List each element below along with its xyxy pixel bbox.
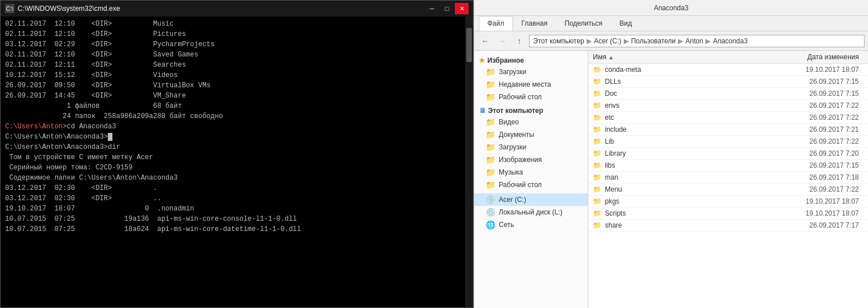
folder-icon: 📁 — [486, 80, 495, 89]
file-date: 26.09.2017 7:15 — [784, 161, 863, 169]
breadcrumb-item[interactable]: Anaconda3 — [713, 37, 748, 45]
cmd-line: 03.12.2017 02:29 <DIR> PycharmProjects — [5, 39, 461, 50]
cmd-controls[interactable]: ─ □ ✕ — [425, 3, 469, 14]
sidebar-item-изображения[interactable]: 📁Изображения — [474, 153, 588, 166]
maximize-button[interactable]: □ — [440, 3, 454, 14]
sidebar-item-drive[interactable]: 💿Локальный диск (L:) — [474, 206, 588, 218]
file-name: 📁 Menu — [593, 185, 784, 193]
sidebar-header-computer[interactable]: 🖥 Этот компьютер — [474, 106, 588, 116]
file-date: 26.09.2017 7:20 — [784, 149, 863, 157]
folder-icon: 📁 — [593, 185, 601, 193]
folder-icon: 📁 — [593, 90, 601, 98]
close-button[interactable]: ✕ — [455, 3, 469, 14]
breadcrumb-item[interactable]: Anton — [685, 37, 703, 45]
file-row[interactable]: 📁 DLLs 26.09.2017 7:15 — [588, 76, 868, 88]
folder-icon: 📁 — [593, 137, 601, 145]
folder-icon: 📁 — [593, 102, 601, 110]
file-row[interactable]: 📁 Doc 26.09.2017 7:15 — [588, 88, 868, 100]
file-row[interactable]: 📁 envs 26.09.2017 7:22 — [588, 100, 868, 112]
file-date: 26.09.2017 7:17 — [784, 221, 863, 229]
sidebar-item-network[interactable]: 🌐Сеть — [474, 218, 588, 231]
cmd-line: 02.11.2017 12:10 <DIR> Music — [5, 19, 461, 29]
sidebar-item-drive[interactable]: 💿Acer (C:) — [474, 193, 588, 206]
sidebar-section-favorites: ★ Избранное📁Загрузки📁Недавние места📁Рабо… — [474, 55, 588, 103]
file-row[interactable]: 📁 include 26.09.2017 7:21 — [588, 124, 868, 136]
minimize-button[interactable]: ─ — [425, 3, 439, 14]
up-button[interactable]: ↑ — [512, 34, 527, 48]
file-row[interactable]: 📁 Library 26.09.2017 7:20 — [588, 148, 868, 160]
file-date: 26.09.2017 7:22 — [784, 102, 863, 110]
cmd-line: Серийный номер тома: C2CD-9159 — [5, 163, 461, 173]
explorer-titlebar: Anaconda3 — [474, 0, 868, 16]
explorer-toolbar[interactable]: ← → ↑ Этот компьютер ▶ Acer (C:) ▶ Польз… — [474, 31, 868, 51]
explorer-window: Anaconda3 ФайлГлавнаяПоделитьсяВид ← → ↑… — [474, 0, 868, 308]
file-row[interactable]: 📁 pkgs 19.10.2017 18:07 — [588, 196, 868, 208]
sidebar-item-недавние-места[interactable]: 📁Недавние места — [474, 78, 588, 91]
file-date: 26.09.2017 7:18 — [784, 173, 863, 181]
ribbon-tab-вид[interactable]: Вид — [611, 16, 640, 31]
file-row[interactable]: 📁 share 26.09.2017 7:17 — [588, 220, 868, 232]
sidebar-item-рабочий-стол[interactable]: 📁Рабочий стол — [474, 91, 588, 103]
file-name: 📁 libs — [593, 161, 784, 169]
ribbon-tab-файл[interactable]: Файл — [479, 16, 513, 31]
sidebar-item-рабочий стол[interactable]: 📁Рабочий стол — [474, 179, 588, 191]
explorer-ribbon[interactable]: ФайлГлавнаяПоделитьсяВид — [474, 16, 868, 31]
cmd-line: 26.09.2017 09:50 <DIR> VirtualBox VMs — [5, 80, 461, 91]
file-row[interactable]: 📁 etc 26.09.2017 7:22 — [588, 112, 868, 124]
file-name: 📁 Lib — [593, 137, 784, 145]
explorer-main[interactable]: Имя ▲ Дата изменения 📁 conda-meta 19.10.… — [588, 51, 868, 308]
address-bar[interactable]: Этот компьютер ▶ Acer (C:) ▶ Пользовател… — [529, 35, 865, 47]
back-button[interactable]: ← — [478, 34, 492, 48]
cmd-window[interactable]: C:\ C:\WINDOWS\system32\cmd.exe ─ □ ✕ 02… — [0, 0, 474, 308]
explorer-body: ★ Избранное📁Загрузки📁Недавние места📁Рабо… — [474, 51, 868, 308]
breadcrumb-item[interactable]: Пользователи — [631, 37, 676, 45]
breadcrumb-item[interactable]: Этот компьютер — [533, 37, 584, 45]
cmd-line: 24 папок 258a986a209a280 байт свободно — [5, 111, 461, 121]
col-date-header[interactable]: Дата изменения — [784, 53, 863, 61]
cmd-line: 10.12.2017 15:12 <DIR> Videos — [5, 70, 461, 80]
cmd-scrollbar-thumb[interactable] — [466, 28, 472, 62]
explorer-sidebar[interactable]: ★ Избранное📁Загрузки📁Недавние места📁Рабо… — [474, 51, 588, 308]
folder-icon: 📁 — [486, 92, 495, 102]
breadcrumb-separator: ▶ — [624, 37, 629, 45]
folder-icon: 📁 — [486, 155, 495, 164]
file-date: 26.09.2017 7:21 — [784, 125, 863, 133]
breadcrumb-item[interactable]: Acer (C:) — [594, 37, 621, 45]
file-row[interactable]: 📁 Lib 26.09.2017 7:22 — [588, 136, 868, 148]
file-list[interactable]: 📁 conda-meta 19.10.2017 18:07 📁 DLLs 26.… — [588, 64, 868, 232]
col-name-header[interactable]: Имя ▲ — [593, 53, 784, 61]
file-name: 📁 DLLs — [593, 78, 784, 86]
ribbon-tabs[interactable]: ФайлГлавнаяПоделитьсяВид — [474, 16, 868, 31]
sidebar-item-загрузки[interactable]: 📁Загрузки — [474, 141, 588, 153]
sidebar-item-видео[interactable]: 📁Видео — [474, 116, 588, 128]
file-row[interactable]: 📁 libs 26.09.2017 7:15 — [588, 160, 868, 172]
file-row[interactable]: 📁 conda-meta 19.10.2017 18:07 — [588, 64, 868, 76]
file-date: 19.10.2017 18:07 — [784, 209, 863, 217]
sidebar-item-загрузки[interactable]: 📁Загрузки — [474, 66, 588, 78]
file-date: 26.09.2017 7:15 — [784, 78, 863, 86]
breadcrumb-separator: ▶ — [587, 37, 592, 45]
file-name: 📁 envs — [593, 102, 784, 110]
cmd-titlebar: C:\ C:\WINDOWS\system32\cmd.exe ─ □ ✕ — [1, 1, 473, 17]
sidebar-header-favorites[interactable]: ★ Избранное — [474, 55, 588, 66]
cmd-app-icon: C:\ — [5, 4, 14, 13]
file-name: 📁 Library — [593, 149, 784, 157]
cmd-line: C:\Users\Anton>cd Anaconda3 — [5, 121, 461, 132]
sidebar-item-документы[interactable]: 📁Документы — [474, 128, 588, 141]
file-row[interactable]: 📁 man 26.09.2017 7:18 — [588, 172, 868, 184]
cmd-line: 02.11.2017 12:10 <DIR> Saved Games — [5, 50, 461, 60]
cmd-line: 02.11.2017 12:10 <DIR> Pictures — [5, 29, 461, 39]
file-row[interactable]: 📁 Menu 26.09.2017 7:22 — [588, 184, 868, 196]
file-row[interactable]: 📁 Scripts 19.10.2017 18:07 — [588, 208, 868, 220]
folder-icon: 📁 — [486, 67, 495, 76]
cmd-content: 02.11.2017 12:10 <DIR> Music02.11.2017 1… — [1, 17, 465, 307]
folder-icon: 📁 — [593, 125, 601, 133]
ribbon-tab-главная[interactable]: Главная — [513, 16, 556, 31]
sidebar-item-музыка[interactable]: 📁Музыка — [474, 166, 588, 179]
file-date: 26.09.2017 7:22 — [784, 137, 863, 145]
forward-button[interactable]: → — [495, 34, 510, 48]
cmd-scrollbar[interactable] — [465, 17, 473, 307]
cmd-line: 03.12.2017 02:30 <DIR> . — [5, 183, 461, 193]
folder-icon: 📁 — [593, 149, 601, 157]
ribbon-tab-поделиться[interactable]: Поделиться — [556, 16, 611, 31]
